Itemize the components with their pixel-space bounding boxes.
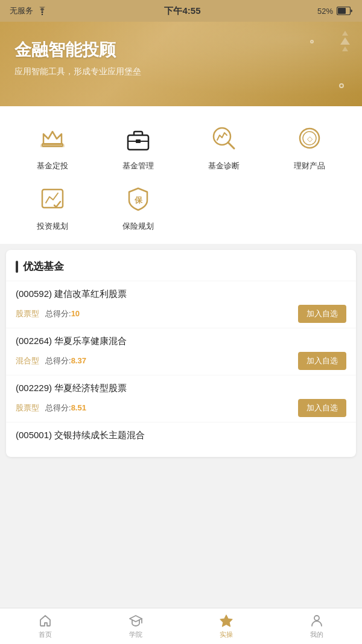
bottom-nav: 首页 学院 实操 我的 (0, 608, 362, 644)
battery-text: 52% (317, 7, 333, 16)
invest-plan-label: 投资规划 (37, 221, 68, 232)
menu-grid-row2: 投资规划 保 保险规划 (10, 181, 352, 232)
arrow-large (340, 37, 350, 45)
header-banner: 金融智能投顾 应用智能工具，形成专业应用堡垒 (0, 22, 362, 106)
fund-type-1: 股票型 (16, 308, 39, 319)
menu-section: 基金定投 基金管理 (0, 106, 362, 244)
menu-item-fund-fixed[interactable]: 基金定投 (10, 121, 95, 171)
crown-icon (37, 123, 68, 153)
star-icon (219, 613, 233, 628)
search-chart-icon (209, 123, 239, 153)
fund-score-2: 总得分:8.37 (45, 355, 86, 366)
fund-meta-left-2: 混合型 总得分:8.37 (16, 355, 86, 366)
add-btn-1[interactable]: 加入自选 (298, 305, 346, 323)
fund-fixed-label: 基金定投 (37, 161, 68, 171)
menu-item-invest-plan[interactable]: 投资规划 (10, 181, 95, 232)
fund-type-2: 混合型 (16, 355, 39, 366)
shield-icon: 保 (123, 183, 153, 214)
fund-manage-label: 基金管理 (122, 161, 154, 171)
wifi-icon (37, 7, 48, 15)
svg-text:保: 保 (134, 196, 143, 205)
banner-dot-1 (339, 83, 344, 88)
user-icon (310, 613, 324, 628)
nav-item-practice[interactable]: 实操 (181, 608, 272, 644)
wealth-product-icon-wrap: ◇ (292, 121, 327, 156)
fund-name-1: (000592) 建信改革红利股票 (16, 289, 346, 300)
arrow-small-2 (342, 46, 348, 51)
nav-label-home: 首页 (39, 630, 52, 639)
menu-grid-row1: 基金定投 基金管理 (10, 121, 352, 171)
fund-name-4: (005001) 交银持续成长主题混合 (16, 430, 346, 441)
section-header: 优选基金 (6, 250, 356, 281)
section-title: 优选基金 (23, 260, 64, 273)
svg-point-0 (42, 14, 43, 15)
invest-plan-icon-wrap (35, 181, 70, 216)
fund-meta-2: 混合型 总得分:8.37 加入自选 (16, 352, 346, 370)
fund-meta-left-1: 股票型 总得分:10 (16, 308, 80, 319)
status-right: 52% (317, 7, 352, 16)
fund-name-3: (002229) 华夏经济转型股票 (16, 383, 346, 394)
banner-title: 金融智能投顾 (14, 39, 348, 62)
insurance-plan-icon-wrap: 保 (121, 181, 156, 216)
banner-decoration (340, 31, 350, 51)
add-btn-3[interactable]: 加入自选 (298, 399, 346, 417)
menu-item-fund-diagnose[interactable]: 基金诊断 (181, 121, 267, 171)
fund-name-2: (002264) 华夏乐享健康混合 (16, 336, 346, 347)
section-bar (16, 261, 18, 273)
fund-meta-1: 股票型 总得分:10 加入自选 (16, 305, 346, 323)
coin-icon: ◇ (294, 123, 325, 153)
svg-marker-19 (130, 616, 142, 622)
fund-score-1: 总得分:10 (45, 308, 80, 319)
svg-text:◇: ◇ (307, 135, 313, 143)
fund-diagnose-icon-wrap (206, 121, 241, 156)
battery-icon (337, 7, 352, 15)
fund-meta-3: 股票型 总得分:8.51 加入自选 (16, 399, 346, 417)
banner-subtitle: 应用智能工具，形成专业应用堡垒 (14, 66, 348, 77)
fund-score-3: 总得分:8.51 (45, 403, 86, 413)
fund-item-2: (002264) 华夏乐享健康混合 混合型 总得分:8.37 加入自选 (6, 328, 356, 375)
status-left: 无服务 (10, 5, 48, 16)
nav-label-practice: 实操 (220, 630, 233, 639)
status-bar: 无服务 下午4:55 52% (0, 0, 362, 22)
briefcase-icon (123, 123, 153, 153)
fund-fixed-icon-wrap (35, 121, 70, 156)
menu-item-insurance-plan[interactable]: 保 保险规划 (95, 181, 181, 232)
home-icon (38, 613, 52, 628)
status-time: 下午4:55 (164, 5, 200, 17)
nav-item-home[interactable]: 首页 (0, 608, 91, 644)
menu-item-wealth-product[interactable]: ◇ 理财产品 (267, 121, 352, 171)
svg-marker-21 (220, 615, 232, 626)
nav-label-mine: 我的 (310, 630, 323, 639)
add-btn-2[interactable]: 加入自选 (298, 352, 346, 370)
insurance-plan-label: 保险规划 (122, 221, 154, 232)
fund-manage-icon-wrap (121, 121, 156, 156)
graduation-icon (129, 613, 143, 628)
fund-meta-left-3: 股票型 总得分:8.51 (16, 403, 86, 413)
carrier-text: 无服务 (10, 5, 33, 16)
fund-item-1: (000592) 建信改革红利股票 股票型 总得分:10 加入自选 (6, 281, 356, 328)
fund-item-4: (005001) 交银持续成长主题混合 (6, 422, 356, 451)
svg-rect-10 (136, 139, 141, 143)
menu-item-fund-manage[interactable]: 基金管理 (95, 121, 181, 171)
nav-item-academy[interactable]: 学院 (91, 608, 181, 644)
svg-rect-2 (338, 8, 346, 14)
fund-diagnose-label: 基金诊断 (208, 161, 240, 171)
svg-marker-5 (43, 132, 62, 144)
chart-check-icon (37, 183, 68, 214)
fund-type-3: 股票型 (16, 403, 39, 413)
fund-item-3: (002229) 华夏经济转型股票 股票型 总得分:8.51 加入自选 (6, 375, 356, 422)
arrow-small-1 (342, 31, 348, 36)
wealth-product-label: 理财产品 (294, 161, 325, 171)
svg-line-13 (228, 142, 234, 148)
funds-section: 优选基金 (000592) 建信改革红利股票 股票型 总得分:10 加入自选 (… (6, 250, 356, 457)
nav-item-mine[interactable]: 我的 (272, 608, 362, 644)
nav-label-academy: 学院 (129, 630, 142, 639)
svg-point-22 (314, 616, 319, 620)
